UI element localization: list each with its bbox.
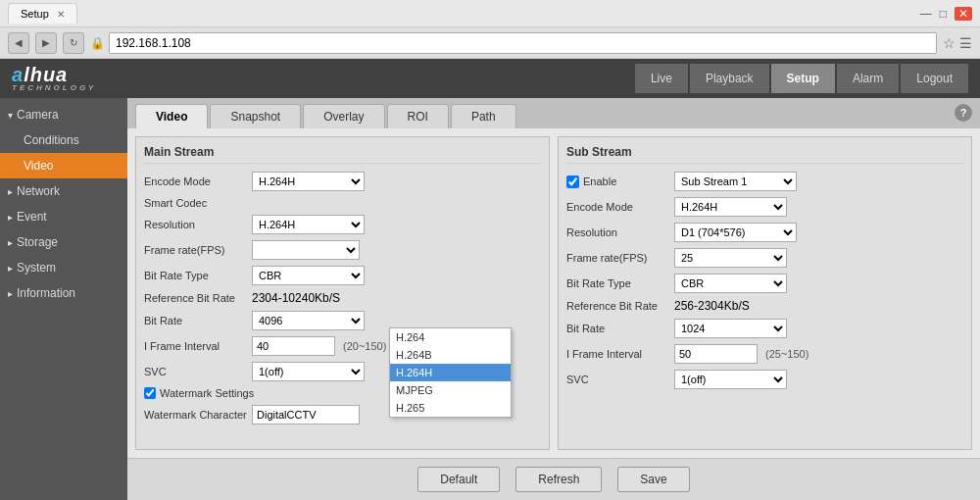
i-frame-interval-hint: (20~150)	[343, 340, 386, 352]
nav-buttons: Live Playback Setup Alarm Logout	[635, 64, 968, 93]
back-button[interactable]: ◀	[8, 32, 29, 54]
frame-rate-select[interactable]	[252, 240, 360, 260]
default-button[interactable]: Default	[417, 467, 500, 492]
sidebar-section-network-label: Network	[17, 184, 60, 198]
watermark-settings-label: Watermark Settings	[160, 387, 254, 399]
sub-bit-rate-type-label: Bit Rate Type	[566, 277, 674, 289]
window-minimize-btn[interactable]: —	[920, 7, 932, 21]
reference-bit-rate-row: Reference Bit Rate 2304-10240Kb/S	[144, 291, 541, 305]
sub-stream-enable-label: Enable	[583, 175, 616, 187]
network-arrow-icon: ▸	[8, 186, 13, 197]
information-arrow-icon: ▸	[8, 288, 13, 299]
svc-select[interactable]: 1(off)	[252, 362, 365, 381]
content-area: ▾ Camera Conditions Video ▸ Network ▸ Ev…	[0, 98, 980, 500]
storage-arrow-icon: ▸	[8, 237, 13, 248]
resolution-select[interactable]: H.264H	[252, 215, 365, 234]
bit-rate-select[interactable]: 4096	[252, 311, 365, 330]
resolution-label: Resolution	[144, 219, 252, 230]
sidebar-section-network[interactable]: ▸ Network	[0, 178, 127, 204]
bottom-buttons: Default Refresh Save	[127, 458, 980, 500]
window-close-btn[interactable]: ✕	[955, 7, 972, 21]
save-button[interactable]: Save	[617, 467, 689, 492]
sub-stream-enable-checkbox[interactable]	[566, 175, 579, 188]
sub-i-frame-interval-input[interactable]	[674, 344, 758, 364]
sub-stream-select[interactable]: Sub Stream 1	[674, 172, 797, 191]
encode-mode-select[interactable]: H.264H	[252, 172, 365, 191]
star-icon[interactable]: ☆	[943, 35, 956, 51]
sidebar-section-camera: ▾ Camera	[0, 102, 127, 127]
refresh-icon: ↻	[70, 37, 77, 48]
tab-close-icon[interactable]: ✕	[57, 9, 65, 20]
forward-button[interactable]: ▶	[35, 32, 57, 54]
sub-frame-rate-row: Frame rate(FPS) 25	[566, 248, 963, 268]
sub-resolution-select[interactable]: D1 (704*576)	[674, 223, 797, 242]
tab-video[interactable]: Video	[135, 104, 208, 128]
dropdown-item-mjpeg[interactable]: MJPEG	[390, 381, 511, 399]
sidebar-section-system-label: System	[17, 261, 56, 275]
browser-titlebar: Setup ✕ — □ ✕	[0, 0, 980, 27]
tab-overlay[interactable]: Overlay	[303, 104, 384, 128]
sub-stream-enable-row: Enable Sub Stream 1	[566, 172, 963, 191]
frame-rate-row: Frame rate(FPS)	[144, 240, 541, 260]
main-stream-title: Main Stream	[144, 145, 541, 164]
watermark-settings-checkbox[interactable]	[144, 387, 156, 399]
sub-frame-rate-select[interactable]: 25	[674, 248, 787, 268]
reference-bit-rate-label: Reference Bit Rate	[144, 292, 252, 304]
i-frame-interval-input[interactable]	[252, 336, 335, 356]
svc-label: SVC	[144, 366, 252, 377]
system-arrow-icon: ▸	[8, 263, 13, 274]
sub-bit-rate-label: Bit Rate	[566, 323, 674, 334]
tab-path[interactable]: Path	[451, 104, 516, 128]
logo: alhua TECHNOLOGY	[12, 65, 96, 92]
sub-encode-mode-row: Encode Mode H.264H	[566, 197, 963, 217]
sidebar-section-event[interactable]: ▸ Event	[0, 204, 127, 229]
event-arrow-icon: ▸	[8, 212, 13, 223]
dropdown-item-h264h[interactable]: H.264H	[390, 364, 511, 381]
help-icon[interactable]: ?	[955, 104, 972, 122]
window-maximize-btn[interactable]: □	[940, 7, 947, 21]
sub-bit-rate-type-select[interactable]: CBR	[674, 274, 787, 293]
address-bar[interactable]	[109, 32, 937, 54]
sidebar-section-system[interactable]: ▸ System	[0, 255, 127, 280]
sidebar-section-storage[interactable]: ▸ Storage	[0, 229, 127, 255]
main-panel: Video Snapshot Overlay ROI Path ? Main S…	[127, 98, 980, 500]
sidebar-item-video[interactable]: Video	[0, 153, 127, 178]
tabs-bar: Video Snapshot Overlay ROI Path ?	[127, 98, 980, 128]
sidebar-section-information[interactable]: ▸ Information	[0, 280, 127, 306]
menu-icon[interactable]: ☰	[959, 35, 972, 51]
watermark-character-label: Watermark Character	[144, 409, 252, 421]
logo-main: alhua	[12, 65, 96, 84]
back-icon: ◀	[15, 37, 23, 48]
smart-codec-label: Smart Codec	[144, 197, 252, 209]
forward-icon: ▶	[42, 37, 50, 48]
sub-reference-bit-rate-value: 256-2304Kb/S	[674, 299, 750, 313]
sub-resolution-row: Resolution D1 (704*576)	[566, 223, 963, 242]
bit-rate-type-select[interactable]: CBR	[252, 266, 365, 285]
sub-bit-rate-row: Bit Rate 1024	[566, 319, 963, 338]
watermark-character-input[interactable]	[252, 405, 360, 425]
browser-tab[interactable]: Setup ✕	[8, 3, 77, 24]
tab-snapshot[interactable]: Snapshot	[210, 104, 301, 128]
sidebar-item-conditions[interactable]: Conditions	[0, 127, 127, 153]
sub-encode-mode-select[interactable]: H.264H	[674, 197, 787, 217]
sidebar: ▾ Camera Conditions Video ▸ Network ▸ Ev…	[0, 98, 127, 500]
sub-encode-mode-label: Encode Mode	[566, 201, 674, 213]
nav-tab-alarm[interactable]: Alarm	[837, 64, 899, 93]
sub-bit-rate-select[interactable]: 1024	[674, 319, 787, 338]
sub-i-frame-interval-label: I Frame Interval	[566, 348, 674, 360]
nav-tab-live[interactable]: Live	[635, 64, 688, 93]
resolution-dropdown[interactable]: H.264 H.264B H.264H MJPEG H.265	[389, 327, 512, 418]
dropdown-item-h265[interactable]: H.265	[390, 399, 511, 417]
nav-tab-playback[interactable]: Playback	[690, 64, 769, 93]
nav-tab-setup[interactable]: Setup	[771, 64, 835, 93]
sidebar-section-information-label: Information	[17, 286, 75, 300]
dropdown-item-h264[interactable]: H.264	[390, 328, 511, 346]
tab-roi[interactable]: ROI	[387, 104, 449, 128]
sub-frame-rate-label: Frame rate(FPS)	[566, 252, 674, 264]
sub-svc-label: SVC	[566, 374, 674, 385]
sub-svc-select[interactable]: 1(off)	[674, 370, 787, 389]
refresh-button[interactable]: ↻	[63, 32, 84, 54]
refresh-button[interactable]: Refresh	[515, 467, 602, 492]
dropdown-item-h264b[interactable]: H.264B	[390, 346, 511, 364]
nav-tab-logout[interactable]: Logout	[901, 64, 968, 93]
